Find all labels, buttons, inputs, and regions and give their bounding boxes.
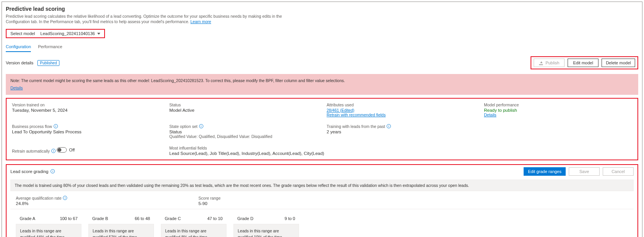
avg-qual-rate-label: Average qualification rate bbox=[16, 196, 61, 200]
version-details-label: Version details bbox=[6, 61, 34, 65]
page-description-text: Predictive lead scoring calculates the r… bbox=[6, 14, 282, 24]
warning-banner: Note: The current model might be scoring… bbox=[6, 74, 638, 94]
edit-grade-ranges-button[interactable]: Edit grade ranges bbox=[524, 167, 566, 176]
tab-configuration[interactable]: Configuration bbox=[6, 43, 31, 52]
bpf-value: Lead To Opportunity Sales Process bbox=[12, 129, 160, 134]
delete-model-button[interactable]: Delete model bbox=[602, 59, 635, 67]
retrain-auto-label: Retrain automatically bbox=[12, 149, 50, 153]
avg-qual-rate-value: 24.8% bbox=[16, 201, 67, 206]
chevron-down-icon bbox=[97, 33, 100, 35]
model-performance-label: Model performance bbox=[484, 103, 519, 107]
grade-card: Grade C 47 to 10 Leads in this range are… bbox=[161, 213, 226, 237]
attributes-used-value[interactable]: 28/461 (Edited) bbox=[327, 108, 355, 113]
published-badge: Published bbox=[37, 60, 60, 66]
grade-range: 100 to 67 bbox=[60, 216, 78, 221]
trained-on-label: Version trained on bbox=[12, 103, 45, 107]
lead-score-grading-section: Lead score grading i Edit grade ranges S… bbox=[6, 164, 638, 237]
grade-qual-line: Leads in this range are qualified 8% of … bbox=[165, 228, 222, 237]
grade-name: Grade D bbox=[237, 216, 254, 221]
retrain-recommended-link[interactable]: Retrain with recommended fields bbox=[327, 113, 386, 117]
publish-button-label: Publish bbox=[546, 61, 559, 65]
edit-model-button[interactable]: Edit model bbox=[568, 59, 598, 67]
select-model-label: Select model bbox=[10, 31, 35, 36]
status-value: Model Active bbox=[169, 108, 318, 113]
state-option-value: Status bbox=[169, 129, 318, 134]
training-past-value: 2 years bbox=[327, 129, 475, 134]
attributes-used-label: Attributes used bbox=[327, 103, 354, 107]
grade-cards: Grade A 100 to 67 Leads in this range ar… bbox=[10, 209, 634, 237]
grade-name: Grade B bbox=[92, 216, 108, 221]
grade-name: Grade C bbox=[165, 216, 181, 221]
state-option-label: State option set bbox=[169, 124, 198, 129]
grading-note: The model is trained using 80% of your c… bbox=[10, 180, 634, 191]
model-performance-details-link[interactable]: Details bbox=[484, 113, 496, 117]
score-range-label: Score range bbox=[198, 196, 220, 200]
bpf-label: Business process flow bbox=[12, 124, 52, 129]
model-action-buttons: Publish Edit model Delete model bbox=[531, 56, 638, 69]
info-icon[interactable]: i bbox=[51, 149, 56, 153]
save-button: Save bbox=[569, 167, 600, 176]
warning-details-link[interactable]: Details bbox=[10, 85, 23, 91]
grading-title: Lead score grading bbox=[10, 169, 48, 174]
info-icon[interactable]: i bbox=[51, 169, 55, 173]
grade-name: Grade A bbox=[20, 216, 35, 221]
info-icon[interactable]: i bbox=[387, 124, 391, 128]
score-range-value: 5-90 bbox=[198, 201, 220, 206]
grade-card: Grade B 66 to 48 Leads in this range are… bbox=[88, 213, 154, 237]
warning-text: Note: The current model might be scoring… bbox=[10, 78, 634, 84]
info-icon[interactable]: i bbox=[199, 124, 203, 128]
upload-icon bbox=[539, 61, 543, 65]
grade-range: 47 to 10 bbox=[207, 216, 223, 221]
tab-performance[interactable]: Performance bbox=[38, 43, 62, 52]
state-option-detail: Qualified Value: Qualified, Disqualified… bbox=[169, 134, 318, 139]
retrain-toggle-value: Off bbox=[69, 148, 74, 152]
model-dropdown[interactable]: LeadScoring_202411040136 bbox=[41, 31, 100, 36]
grade-card: Grade A 100 to 67 Leads in this range ar… bbox=[16, 213, 81, 237]
influential-fields-label: Most influential fields bbox=[169, 146, 207, 150]
select-model-container: Select model LeadScoring_202411040136 bbox=[6, 29, 105, 38]
page-description: Predictive lead scoring calculates the r… bbox=[6, 13, 284, 24]
info-icon[interactable]: i bbox=[54, 124, 58, 128]
model-info-panel: Version trained on Tuesday, November 5, … bbox=[6, 98, 638, 160]
grade-qual-line: Leads in this range are qualified 10% of… bbox=[238, 228, 295, 237]
page-title: Predictive lead scoring bbox=[6, 6, 638, 12]
status-label: Status bbox=[169, 103, 181, 107]
model-performance-value: Ready to publish bbox=[484, 108, 517, 113]
learn-more-link[interactable]: Learn more bbox=[191, 19, 211, 24]
publish-button: Publish bbox=[534, 59, 565, 67]
grade-range: 9 to 0 bbox=[284, 216, 295, 221]
info-icon[interactable]: i bbox=[63, 196, 67, 200]
cancel-button: Cancel bbox=[603, 167, 634, 176]
grade-card: Grade D 9 to 0 Leads in this range are q… bbox=[233, 213, 299, 237]
influential-fields-value: Lead Source(Lead), Job Title(Lead), Indu… bbox=[169, 151, 632, 156]
grade-range: 66 to 48 bbox=[135, 216, 150, 221]
grade-qual-line: Leads in this range are qualified 44% of… bbox=[20, 228, 77, 237]
training-past-label: Training with leads from the past bbox=[327, 124, 385, 129]
grade-qual-line: Leads in this range are qualified 52% of… bbox=[93, 228, 150, 237]
tab-list: Configuration Performance bbox=[6, 43, 638, 52]
trained-on-value: Tuesday, November 5, 2024 bbox=[12, 108, 160, 113]
model-dropdown-value: LeadScoring_202411040136 bbox=[41, 31, 95, 36]
retrain-toggle[interactable]: Off bbox=[57, 147, 74, 153]
